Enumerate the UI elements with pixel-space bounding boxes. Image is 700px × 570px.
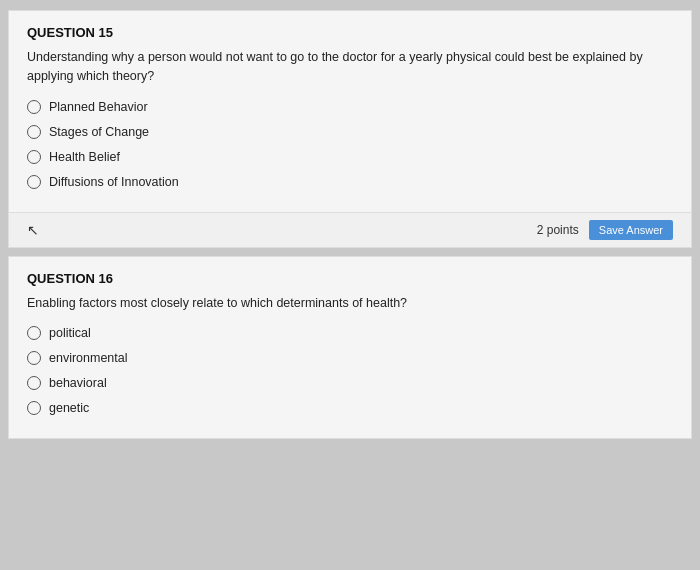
option-16d[interactable]: genetic: [27, 401, 673, 415]
option-16a-label: political: [49, 326, 91, 340]
option-15a-label: Planned Behavior: [49, 100, 148, 114]
option-15b[interactable]: Stages of Change: [27, 125, 673, 139]
option-16c-label: behavioral: [49, 376, 107, 390]
option-15d[interactable]: Diffusions of Innovation: [27, 175, 673, 189]
radio-16c[interactable]: [27, 376, 41, 390]
points-label: 2 points: [537, 223, 579, 237]
question-15-number: QUESTION 15: [27, 25, 673, 40]
option-15c-label: Health Belief: [49, 150, 120, 164]
question-15-body: QUESTION 15 Understanding why a person w…: [9, 11, 691, 212]
option-16b[interactable]: environmental: [27, 351, 673, 365]
radio-16b[interactable]: [27, 351, 41, 365]
question-15-card: QUESTION 15 Understanding why a person w…: [8, 10, 692, 248]
option-15c[interactable]: Health Belief: [27, 150, 673, 164]
question-16-card: QUESTION 16 Enabling factors most closel…: [8, 256, 692, 440]
question-15-footer: ↖ 2 points Save Answer: [9, 212, 691, 247]
option-15a[interactable]: Planned Behavior: [27, 100, 673, 114]
question-16-body: QUESTION 16 Enabling factors most closel…: [9, 257, 691, 439]
option-15d-label: Diffusions of Innovation: [49, 175, 179, 189]
save-answer-button[interactable]: Save Answer: [589, 220, 673, 240]
radio-15b[interactable]: [27, 125, 41, 139]
radio-15c[interactable]: [27, 150, 41, 164]
radio-16d[interactable]: [27, 401, 41, 415]
cursor-icon: ↖: [27, 222, 39, 238]
question-15-text: Understanding why a person would not wan…: [27, 48, 673, 86]
question-16-text: Enabling factors most closely relate to …: [27, 294, 673, 313]
question-16-number: QUESTION 16: [27, 271, 673, 286]
radio-15d[interactable]: [27, 175, 41, 189]
option-16c[interactable]: behavioral: [27, 376, 673, 390]
option-15b-label: Stages of Change: [49, 125, 149, 139]
radio-15a[interactable]: [27, 100, 41, 114]
option-16b-label: environmental: [49, 351, 128, 365]
option-16d-label: genetic: [49, 401, 89, 415]
radio-16a[interactable]: [27, 326, 41, 340]
option-16a[interactable]: political: [27, 326, 673, 340]
